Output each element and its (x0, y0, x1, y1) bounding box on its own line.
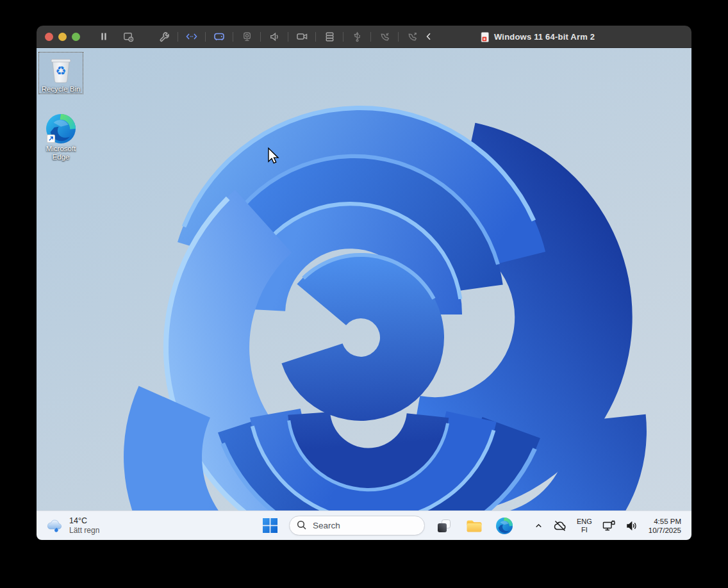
window-title: Windows 11 64-bit Arm 2 (481, 26, 595, 48)
file-explorer-icon (466, 518, 483, 534)
usb-icon (351, 31, 363, 43)
call-in-button[interactable] (376, 29, 393, 44)
webcam-button[interactable] (238, 29, 255, 44)
pause-button[interactable] (95, 29, 112, 44)
desktop-icon-label: Recycle Bin (42, 85, 81, 94)
chevron-up-icon (534, 521, 543, 530)
volume-icon (625, 519, 639, 532)
vm-document-icon (481, 32, 490, 42)
titlebar: Windows 11 64-bit Arm 2 (37, 26, 691, 48)
network-ethernet-icon (602, 519, 616, 532)
recycle-bin-icon: ♻ (47, 54, 74, 84)
snapshots-button[interactable] (120, 29, 136, 44)
clock-date: 10/7/2025 (649, 526, 681, 535)
weather-condition: Lätt regn (69, 526, 99, 535)
network-button[interactable] (600, 515, 617, 537)
search-input[interactable] (289, 516, 425, 535)
search-icon (297, 520, 307, 530)
task-view-button[interactable] (433, 515, 455, 537)
onedrive-status-button[interactable] (552, 515, 568, 537)
file-explorer-button[interactable] (463, 515, 485, 537)
shortcut-arrow-icon (47, 135, 55, 143)
weather-widget[interactable]: 14°C Lätt regn (46, 516, 99, 535)
tray-expand-button[interactable] (533, 515, 545, 537)
taskbar-search (289, 516, 425, 535)
windows-logo-icon (263, 518, 277, 533)
serial-console-button[interactable] (183, 29, 200, 44)
chevron-left-icon (424, 31, 434, 42)
clock[interactable]: 4:55 PM 10/7/2025 (647, 515, 682, 537)
collapse-toolbar-button[interactable] (420, 29, 437, 44)
traffic-lights (45, 33, 80, 41)
video-camera-icon (295, 30, 308, 43)
edge-logo-icon (496, 518, 513, 534)
edge-taskbar-button[interactable] (493, 515, 515, 537)
desktop-icon-label: Microsoft Edge (39, 145, 83, 161)
call-out-button[interactable] (404, 29, 420, 44)
weather-temperature: 14°C (69, 516, 99, 526)
start-button[interactable] (259, 515, 281, 537)
snapshots-icon (122, 31, 135, 43)
phone-incoming-icon (379, 31, 391, 43)
close-button[interactable] (45, 33, 53, 41)
webcam-icon (241, 31, 253, 43)
storage-stack-icon (324, 31, 336, 43)
weather-rain-icon (46, 518, 63, 534)
language-secondary: FI (581, 526, 588, 534)
language-primary: ENG (577, 518, 592, 526)
desktop-icon-microsoft-edge[interactable]: Microsoft Edge (39, 114, 83, 161)
pause-icon (98, 31, 110, 42)
taskbar-center-group (259, 515, 515, 537)
windows-bloom-wallpaper (37, 48, 691, 510)
zoom-button[interactable] (72, 33, 80, 41)
video-camera-button[interactable] (294, 29, 310, 44)
sound-button[interactable] (266, 29, 283, 44)
language-indicator[interactable]: ENG FI (575, 515, 593, 537)
hard-disk-icon (213, 30, 226, 43)
minimize-button[interactable] (58, 33, 67, 41)
desktop: ♻ Recycle Bin Microsoft Edge (37, 48, 691, 510)
code-icon (185, 30, 198, 43)
mouse-cursor (267, 147, 279, 164)
system-tray: ENG FI 4:55 PM 10/7/2025 (533, 515, 682, 537)
taskbar: 14°C Lätt regn (37, 510, 691, 540)
volume-button[interactable] (624, 515, 640, 537)
wrench-icon (158, 31, 170, 43)
phone-outgoing-icon (406, 31, 418, 43)
storage-button[interactable] (321, 29, 338, 44)
vm-toolbar (95, 29, 437, 44)
svg-text:♻: ♻ (55, 63, 66, 78)
cloud-offline-icon (553, 519, 567, 532)
settings-button[interactable] (156, 29, 172, 44)
desktop-icon-recycle-bin[interactable]: ♻ Recycle Bin (39, 53, 83, 94)
hard-disk-button[interactable] (211, 29, 228, 44)
task-view-icon (436, 518, 452, 534)
clock-time: 4:55 PM (654, 517, 681, 526)
vm-window: Windows 11 64-bit Arm 2 (37, 26, 691, 540)
usb-button[interactable] (349, 29, 365, 44)
speaker-icon (269, 31, 281, 43)
